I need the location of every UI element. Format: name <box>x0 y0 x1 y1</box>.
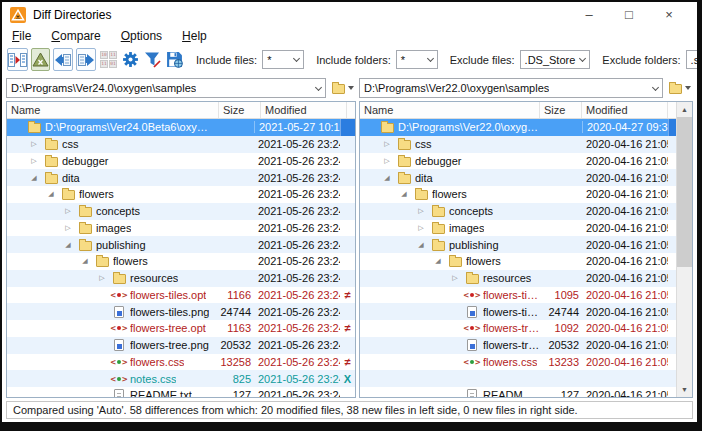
row-modified: 2021-05-26 23:24... <box>254 172 340 184</box>
include-folders-combo[interactable]: * <box>396 50 438 69</box>
menu-options[interactable]: Options <box>121 29 162 43</box>
tree-expander[interactable]: ▷ <box>449 274 461 282</box>
table-row[interactable]: ◢ flowers 2020-04-16 21:05... <box>360 253 676 270</box>
table-row[interactable]: flowers-tree.png 20532 2021-05-26 23:24.… <box>7 337 355 354</box>
exclude-files-combo[interactable]: .DS_Store <box>520 50 591 69</box>
tree-expander[interactable]: ▷ <box>62 207 74 215</box>
menu-help[interactable]: Help <box>182 29 207 43</box>
tree-expander[interactable]: ◢ <box>432 257 444 265</box>
row-name: concepts <box>449 205 493 217</box>
table-row[interactable]: D:\Programs\Ver22.0\oxygen\samples 2020-… <box>360 119 676 136</box>
close-button[interactable]: × <box>649 4 689 26</box>
gear-icon <box>122 51 139 68</box>
table-row[interactable]: D:\Programs\Ver24.0Beta6\oxygen\samples … <box>7 119 355 136</box>
file-icon <box>43 155 59 167</box>
table-row[interactable]: ◢ flowers 2020-04-16 21:05... <box>360 186 676 203</box>
perform-files-comparison-button[interactable] <box>7 48 28 71</box>
column-header-modified[interactable]: Modified <box>582 102 668 118</box>
css-file-icon: <> <box>111 374 128 384</box>
table-row[interactable]: ▷ css 2020-04-16 21:05... <box>360 136 676 153</box>
settings-button[interactable] <box>121 48 140 71</box>
tree-expander[interactable]: ◢ <box>62 241 74 249</box>
table-row[interactable]: README.txt 127 2020-04-16 21:05... <box>360 387 676 397</box>
left-browse-button[interactable] <box>330 78 356 98</box>
menu-compare[interactable]: Compare <box>51 29 100 43</box>
table-row[interactable]: README.txt 127 2021-05-26 23:24... <box>7 387 355 397</box>
perform-directories-comparison-button[interactable] <box>31 48 50 71</box>
table-row[interactable]: ◢ publishing 2021-05-26 23:24... <box>7 236 355 253</box>
include-files-combo[interactable]: * <box>262 50 304 69</box>
binary-compare-button[interactable]: 10111101 <box>99 48 118 71</box>
column-header-name[interactable]: Name <box>360 102 540 118</box>
column-header-name[interactable]: Name <box>7 102 219 118</box>
table-row[interactable]: <> flowers-tree.opt 1092 2020-04-16 21:0… <box>360 320 676 337</box>
folder-icon <box>28 123 41 133</box>
table-row[interactable]: flowers-tiles.png 24744 2020-04-16 21:05… <box>360 303 676 320</box>
include-folders-label: Include folders: <box>316 54 391 66</box>
table-row[interactable]: <> flowers-tiles.opt 1166 2021-05-26 23:… <box>7 287 355 304</box>
column-header-size[interactable]: Size <box>540 102 582 118</box>
tree-expander[interactable]: ▷ <box>28 157 40 165</box>
vertical-scrollbar[interactable]: ▲ ▼ <box>676 102 692 397</box>
row-modified: 2021-05-26 23:24... <box>254 255 340 267</box>
right-path-combo[interactable]: D:\Programs\Ver22.0\oxygen\samples <box>359 78 663 98</box>
row-modified: 2020-04-16 21:05... <box>582 272 668 284</box>
table-row[interactable]: ▷ resources 2020-04-16 21:05... <box>360 270 676 287</box>
scroll-up-arrow[interactable]: ▲ <box>677 102 692 117</box>
table-row[interactable]: ▷ resources 2021-05-26 23:24... <box>7 270 355 287</box>
tree-expander[interactable]: ◢ <box>415 241 427 249</box>
table-row[interactable]: ▷ debugger 2021-05-26 23:24... <box>7 153 355 170</box>
diff-marker: ≠ <box>340 289 355 301</box>
tree-expander[interactable]: ◢ <box>79 257 91 265</box>
table-row[interactable]: ◢ flowers 2021-05-26 23:24... <box>7 186 355 203</box>
copy-change-to-right-button[interactable] <box>76 48 96 71</box>
table-row[interactable]: ◢ flowers 2021-05-26 23:24... <box>7 253 355 270</box>
tree-expander[interactable]: ◢ <box>45 190 57 198</box>
table-row[interactable]: flowers-tree.png 20532 2020-04-16 21:05.… <box>360 337 676 354</box>
table-row[interactable]: <> flowers-tiles.opt 1095 2020-04-16 21:… <box>360 287 676 304</box>
left-path-combo[interactable]: D:\Programs\Ver24.0\oxygen\samples <box>6 78 326 98</box>
table-row[interactable]: <> flowers.css 13233 2020-04-16 21:05... <box>360 354 676 371</box>
minimize-button[interactable]: – <box>569 4 609 26</box>
table-row[interactable]: <> flowers-tree.opt 1163 2021-05-26 23:2… <box>7 320 355 337</box>
table-row[interactable]: ▷ concepts 2021-05-26 23:24... <box>7 203 355 220</box>
row-name: concepts <box>96 205 140 217</box>
tree-expander[interactable]: ▷ <box>96 274 108 282</box>
tree-expander[interactable]: ◢ <box>398 190 410 198</box>
filter-button[interactable] <box>143 48 162 71</box>
tree-expander[interactable]: ▷ <box>381 140 393 148</box>
left-table-header: Name Size Modified <box>7 102 355 119</box>
save-results-button[interactable] <box>165 48 184 71</box>
table-row[interactable]: ▷ debugger 2020-04-16 21:05... <box>360 153 676 170</box>
table-row[interactable]: ◢ dita 2020-04-16 21:05... <box>360 169 676 186</box>
file-icon: <> <box>111 357 127 367</box>
scrollbar-thumb[interactable] <box>677 117 692 267</box>
table-row[interactable]: ▷ images 2020-04-16 21:05... <box>360 220 676 237</box>
tree-expander[interactable]: ▷ <box>381 157 393 165</box>
right-browse-button[interactable] <box>667 78 693 98</box>
table-row[interactable]: ▷ images 2021-05-26 23:24... <box>7 220 355 237</box>
copy-change-to-left-button[interactable] <box>53 48 73 71</box>
table-row[interactable]: <> notes.css 825 2021-05-26 23:24... X <box>7 370 355 387</box>
tree-expander[interactable]: ◢ <box>381 174 393 182</box>
table-row[interactable]: ◢ dita 2021-05-26 23:24... <box>7 169 355 186</box>
table-row[interactable]: <> flowers.css 13258 2021-05-26 23:24...… <box>7 354 355 371</box>
maximize-button[interactable]: □ <box>609 4 649 26</box>
table-row[interactable]: flowers-tiles.png 24744 2021-05-26 23:24… <box>7 303 355 320</box>
exclude-folders-combo[interactable]: .svn,_svn,.git <box>686 50 702 69</box>
column-header-size[interactable]: Size <box>219 102 261 118</box>
table-row[interactable]: ▷ concepts 2020-04-16 21:05... <box>360 203 676 220</box>
status-text: Compared using 'Auto'. 58 differences fr… <box>13 404 578 416</box>
opt-file-icon: <> <box>111 323 128 333</box>
tree-expander[interactable]: ▷ <box>415 224 427 232</box>
tree-expander[interactable]: ◢ <box>28 174 40 182</box>
table-row[interactable]: ▷ css 2021-05-26 23:24... <box>7 136 355 153</box>
tree-expander[interactable]: ▷ <box>28 140 40 148</box>
menu-file[interactable]: File <box>12 29 31 43</box>
table-row[interactable] <box>360 370 676 387</box>
column-header-modified[interactable]: Modified <box>261 102 347 118</box>
tree-expander[interactable]: ▷ <box>415 207 427 215</box>
tree-expander[interactable]: ▷ <box>62 224 74 232</box>
scroll-down-arrow[interactable]: ▼ <box>677 382 692 397</box>
table-row[interactable]: ◢ publishing 2020-04-16 21:05... <box>360 236 676 253</box>
